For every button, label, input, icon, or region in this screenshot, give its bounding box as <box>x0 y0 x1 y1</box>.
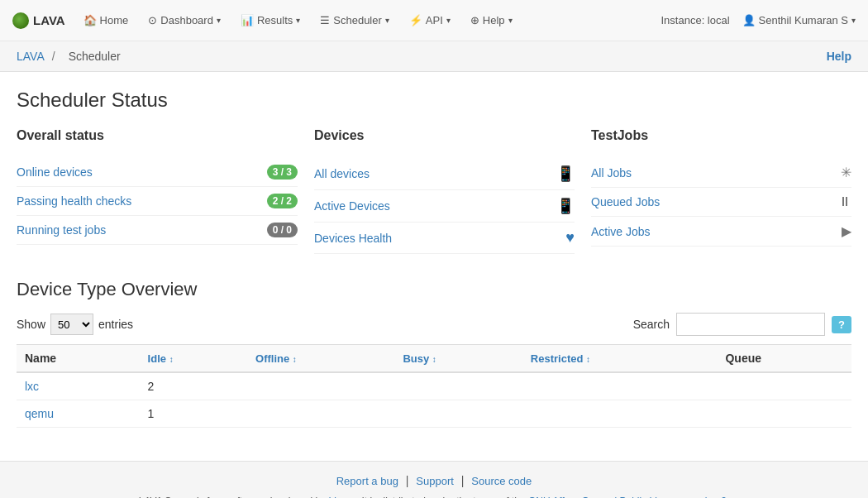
source-code-link[interactable]: Source code <box>471 475 532 487</box>
all-devices-icon: 📱 <box>556 165 575 183</box>
search-box: Search ? <box>633 313 851 336</box>
brand-name: LAVA <box>33 13 65 27</box>
user-icon: 👤 <box>742 14 756 26</box>
nav-menu: 🏠 Home ⊙ Dashboard ▾ 📊 Results ▾ ☰ Sched… <box>74 0 522 41</box>
nav-link-dashboard[interactable]: ⊙ Dashboard ▾ <box>138 0 231 41</box>
row-qemu-busy <box>394 400 522 428</box>
passing-health-link[interactable]: Passing health checks <box>17 194 131 208</box>
user-caret-icon: ▾ <box>851 16 856 25</box>
running-jobs-link[interactable]: Running test jobs <box>17 223 106 237</box>
online-devices-link[interactable]: Online devices <box>17 165 93 179</box>
footer-text: LAVA Server is free software developed b… <box>17 494 851 498</box>
brand-link[interactable]: LAVA <box>12 12 65 29</box>
offline-sort-icon: ↕ <box>293 355 297 364</box>
help-icon: ⊕ <box>470 14 479 26</box>
row-qemu-restricted <box>522 400 718 428</box>
search-help-button[interactable]: ? <box>832 316 851 333</box>
queued-jobs-link[interactable]: Queued Jobs <box>591 195 660 208</box>
busy-sort-icon: ↕ <box>432 355 436 364</box>
device-type-overview-title: Device Type Overview <box>17 279 851 300</box>
table-row: lxc 2 <box>17 372 851 400</box>
job-row-active: Active Jobs ▶ <box>591 217 851 247</box>
col-offline: Offline ↕ <box>247 345 394 373</box>
api-icon: ⚡ <box>409 14 422 26</box>
breadcrumb: LAVA / Scheduler <box>17 50 126 63</box>
all-jobs-icon: ✳ <box>841 165 851 180</box>
page-title: Scheduler Status <box>17 89 851 112</box>
nav-link-help[interactable]: ⊕ Help ▾ <box>460 0 522 41</box>
nav-link-api[interactable]: ⚡ API ▾ <box>399 0 460 41</box>
support-link[interactable]: Support <box>416 475 454 487</box>
queued-jobs-icon: ⏸ <box>838 194 851 209</box>
scheduler-icon: ☰ <box>320 14 330 26</box>
api-caret-icon: ▾ <box>446 16 451 25</box>
devices-health-link[interactable]: Devices Health <box>314 232 392 245</box>
nav-item-help: ⊕ Help ▾ <box>460 0 522 41</box>
footer-sep-1: | <box>406 474 413 487</box>
main-content: Scheduler Status Overall status Online d… <box>0 72 868 444</box>
col-restricted-sort-link[interactable]: Restricted ↕ <box>531 352 590 365</box>
user-link[interactable]: 👤 Senthil Kumaran S ▾ <box>742 14 856 26</box>
online-devices-badge: 3 / 3 <box>267 165 298 180</box>
col-idle: Idle ↕ <box>140 345 247 373</box>
scheduler-caret-icon: ▾ <box>385 16 389 25</box>
active-devices-link[interactable]: Active Devices <box>314 199 390 213</box>
col-queue: Queue <box>717 345 851 373</box>
nav-link-scheduler[interactable]: ☰ Scheduler ▾ <box>310 0 399 41</box>
table-header: Name Idle ↕ Offline ↕ Busy <box>17 345 851 373</box>
restricted-sort-icon: ↕ <box>586 355 590 364</box>
qemu-link[interactable]: qemu <box>25 407 54 420</box>
all-devices-link[interactable]: All devices <box>314 167 370 180</box>
nav-link-home[interactable]: 🏠 Home <box>74 0 139 41</box>
status-grid: Overall status Online devices 3 / 3 Pass… <box>17 128 851 254</box>
job-row-all: All Jobs ✳ <box>591 158 851 188</box>
col-busy-sort-link[interactable]: Busy ↕ <box>403 352 436 365</box>
row-qemu-idle: 1 <box>140 400 247 428</box>
report-bug-link[interactable]: Report a bug <box>336 475 398 487</box>
dashboard-caret-icon: ▾ <box>217 16 221 25</box>
overall-status-heading: Overall status <box>17 128 298 148</box>
job-row-queued: Queued Jobs ⏸ <box>591 188 851 217</box>
row-lxc-queue <box>717 372 851 400</box>
breadcrumb-help-link[interactable]: Help <box>827 50 851 63</box>
testjobs-section: TestJobs All Jobs ✳ Queued Jobs ⏸ Active… <box>591 128 851 254</box>
lxc-link[interactable]: lxc <box>25 380 39 393</box>
col-name: Name <box>17 345 140 373</box>
active-devices-icon: 📱 <box>556 197 575 215</box>
search-label: Search <box>633 318 670 331</box>
dashboard-icon: ⊙ <box>148 14 157 26</box>
col-idle-sort-link[interactable]: Idle ↕ <box>148 352 174 365</box>
device-row-all: All devices 📱 <box>314 158 575 190</box>
row-qemu-queue <box>717 400 851 428</box>
navbar: LAVA 🏠 Home ⊙ Dashboard ▾ 📊 Results ▾ <box>0 0 868 41</box>
testjobs-heading: TestJobs <box>591 128 851 148</box>
search-input[interactable] <box>676 313 825 336</box>
nav-item-scheduler: ☰ Scheduler ▾ <box>310 0 399 41</box>
entries-select[interactable]: 10 25 50 100 <box>50 314 93 335</box>
breadcrumb-separator: / <box>52 50 55 63</box>
help-caret-icon: ▾ <box>508 16 513 25</box>
device-type-table: Name Idle ↕ Offline ↕ Busy <box>17 344 851 428</box>
nav-item-dashboard: ⊙ Dashboard ▾ <box>138 0 231 41</box>
idle-sort-icon: ↕ <box>169 355 174 364</box>
nav-link-results[interactable]: 📊 Results ▾ <box>231 0 310 41</box>
active-jobs-link[interactable]: Active Jobs <box>591 225 651 238</box>
footer-sep-2: | <box>461 474 468 487</box>
status-row-running-jobs: Running test jobs 0 / 0 <box>17 216 298 245</box>
devices-section: Devices All devices 📱 Active Devices 📱 D… <box>314 128 575 254</box>
table-row: qemu 1 <box>17 400 851 428</box>
results-caret-icon: ▾ <box>296 16 300 25</box>
row-qemu-name: qemu <box>17 400 140 428</box>
running-jobs-badge: 0 / 0 <box>267 223 298 237</box>
col-offline-sort-link[interactable]: Offline ↕ <box>255 352 297 365</box>
footer: Report a bug | Support | Source code LAV… <box>0 461 868 498</box>
breadcrumb-bar: LAVA / Scheduler Help <box>0 41 868 72</box>
row-lxc-offline <box>247 372 394 400</box>
breadcrumb-lava-link[interactable]: LAVA <box>17 50 44 63</box>
row-lxc-name: lxc <box>17 372 140 400</box>
footer-links: Report a bug | Support | Source code <box>17 474 851 487</box>
table-controls: Show 10 25 50 100 entries Search ? <box>17 313 851 336</box>
passing-health-badge: 2 / 2 <box>267 194 298 208</box>
all-jobs-link[interactable]: All Jobs <box>591 166 632 180</box>
overall-status-section: Overall status Online devices 3 / 3 Pass… <box>17 128 298 254</box>
